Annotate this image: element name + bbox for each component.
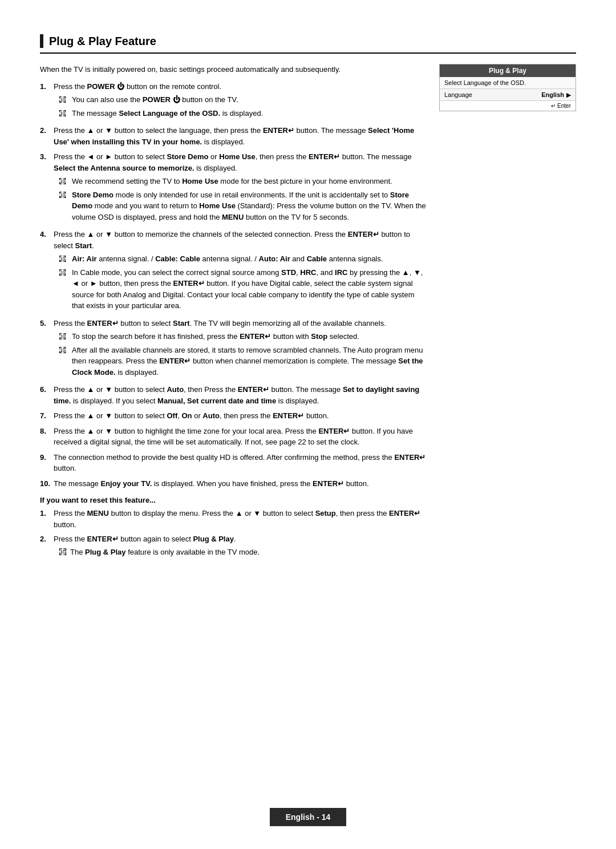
main-content: When the TV is initially powered on, bas… xyxy=(40,64,576,561)
step-1-content: Press the POWER ⏻ button on the remote c… xyxy=(54,81,428,122)
note-icon: ㉈ xyxy=(59,95,68,106)
step-5: 5. Press the ENTER↵ button to select Sta… xyxy=(40,318,428,381)
sub-1-1: ㉈ You can also use the POWER ⏻ button on… xyxy=(54,94,428,106)
reset-step-2: 2. Press the ENTER↵ button again to sele… xyxy=(40,533,428,557)
step-7: 7. Press the ▲ or ▼ button to select Off… xyxy=(40,410,428,422)
step-4-sub: ㉈ Air: Air antenna signal. / Cable: Cabl… xyxy=(54,253,428,312)
step-3-sub: ㉈ We recommend setting the TV to Home Us… xyxy=(54,176,428,223)
step-3-content: Press the ◄ or ► button to select Store … xyxy=(54,151,428,225)
reset-step-1-content: Press the MENU button to display the men… xyxy=(54,508,428,530)
step-6-content: Press the ▲ or ▼ button to select Auto, … xyxy=(54,384,428,406)
page-title: Plug & Play Feature xyxy=(40,34,576,54)
step-5-content: Press the ENTER↵ button to select Start.… xyxy=(54,318,428,381)
note-icon: ㉈ xyxy=(59,331,68,342)
page-title-text: Plug & Play Feature xyxy=(49,35,156,48)
step-8-content: Press the ▲ or ▼ button to highlight the… xyxy=(54,426,428,448)
step-9-num: 9. xyxy=(40,452,50,474)
step-10-content: The message Enjoy your TV. is displayed.… xyxy=(54,478,428,490)
note-icon: ㉈ xyxy=(59,345,68,378)
sidebar-row-value: English ▶ xyxy=(541,91,571,98)
note-icon: ㉈ xyxy=(59,108,68,119)
reset-list: 1. Press the MENU button to display the … xyxy=(40,508,428,557)
sub-5-1: ㉈ To stop the search before it has finis… xyxy=(54,331,428,342)
step-2-content: Press the ▲ or ▼ button to select the la… xyxy=(54,125,428,147)
reset-sub-2-1: ㉈ The Plug & Play feature is only availa… xyxy=(59,547,260,558)
note-icon: ㉈ xyxy=(59,176,68,187)
note-icon: ㉈ xyxy=(59,547,67,558)
sidebar-box-row: Language English ▶ xyxy=(440,89,576,101)
footer-badge: English - 14 xyxy=(270,808,347,826)
sidebar-box-enter: ↵ Enter xyxy=(440,101,576,111)
sub-3-1: ㉈ We recommend setting the TV to Home Us… xyxy=(54,176,428,187)
steps-list: 1. Press the POWER ⏻ button on the remot… xyxy=(40,81,428,490)
step-4-content: Press the ▲ or ▼ button to memorize the … xyxy=(54,229,428,314)
sub-4-2: ㉈ In Cable mode, you can select the corr… xyxy=(54,267,428,312)
step-3: 3. Press the ◄ or ► button to select Sto… xyxy=(40,151,428,225)
step-4-num: 4. xyxy=(40,229,50,314)
step-1-sub: ㉈ You can also use the POWER ⏻ button on… xyxy=(54,94,428,119)
reset-step-1: 1. Press the MENU button to display the … xyxy=(40,508,428,530)
sidebar-box: Plug & Play Select Language of the OSD. … xyxy=(439,64,576,111)
title-bar-decoration xyxy=(40,34,43,48)
step-6: 6. Press the ▲ or ▼ button to select Aut… xyxy=(40,384,428,406)
note-icon: ㉈ xyxy=(59,190,68,223)
sub-3-2: ㉈ Store Demo mode is only intended for u… xyxy=(54,189,428,223)
sub-4-1: ㉈ Air: Air antenna signal. / Cable: Cabl… xyxy=(54,253,428,265)
step-10: 10. The message Enjoy your TV. is displa… xyxy=(40,478,428,490)
footer: English - 14 xyxy=(0,808,616,826)
arrow-right-icon: ▶ xyxy=(566,92,571,98)
page-container: Plug & Play Feature When the TV is initi… xyxy=(0,0,616,849)
sidebar-box-subtitle: Select Language of the OSD. xyxy=(440,77,576,89)
step-1: 1. Press the POWER ⏻ button on the remot… xyxy=(40,81,428,122)
step-1-num: 1. xyxy=(40,81,50,122)
step-9: 9. The connection method to provide the … xyxy=(40,452,428,474)
reset-sub-list: ㉈ The Plug & Play feature is only availa… xyxy=(54,547,260,558)
step-8-num: 8. xyxy=(40,426,50,448)
step-8: 8. Press the ▲ or ▼ button to highlight … xyxy=(40,426,428,448)
text-content: When the TV is initially powered on, bas… xyxy=(40,64,428,561)
reset-step-1-num: 1. xyxy=(40,508,50,530)
note-icon: ㉈ xyxy=(59,268,68,312)
step-10-num: 10. xyxy=(40,478,50,490)
step-6-num: 6. xyxy=(40,384,50,406)
note-icon: ㉈ xyxy=(59,254,68,265)
sidebar-row-value-text: English xyxy=(541,91,564,98)
sub-1-2: ㉈ The message Select Language of the OSD… xyxy=(54,108,428,119)
sidebar-box-title: Plug & Play xyxy=(440,64,576,77)
step-7-content: Press the ▲ or ▼ button to select Off, O… xyxy=(54,410,428,422)
step-9-content: The connection method to provide the bes… xyxy=(54,452,428,474)
reset-step-2-content: Press the ENTER↵ button again to select … xyxy=(54,533,260,557)
step-7-num: 7. xyxy=(40,410,50,422)
step-4: 4. Press the ▲ or ▼ button to memorize t… xyxy=(40,229,428,314)
step-3-num: 3. xyxy=(40,151,50,225)
step-2: 2. Press the ▲ or ▼ button to select the… xyxy=(40,125,428,147)
sidebar-row-label: Language xyxy=(444,91,472,98)
reset-title: If you want to reset this feature... xyxy=(40,496,428,504)
reset-step-2-num: 2. xyxy=(40,533,50,557)
sub-5-2: ㉈ After all the available channels are s… xyxy=(54,345,428,378)
reset-section: If you want to reset this feature... 1. … xyxy=(40,496,428,557)
intro-text: When the TV is initially powered on, bas… xyxy=(40,64,428,75)
step-2-num: 2. xyxy=(40,125,50,147)
step-5-num: 5. xyxy=(40,318,50,381)
step-5-sub: ㉈ To stop the search before it has finis… xyxy=(54,331,428,378)
